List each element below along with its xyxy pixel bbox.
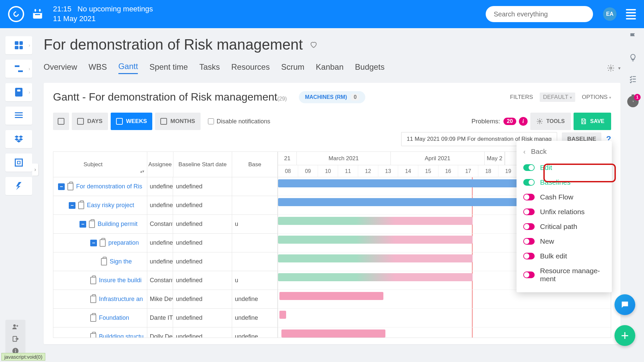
timer-icon[interactable]: 1 <box>627 96 639 107</box>
task-link[interactable]: Building permit <box>98 221 138 228</box>
toggle-icon[interactable] <box>523 194 535 200</box>
table-row[interactable]: −Easy risky projectundefinedundefined <box>53 196 278 215</box>
tools-item-unfix-relations[interactable]: Unfix relations <box>517 204 612 219</box>
table-row[interactable]: Infrastructure anMike Developerundefined… <box>53 290 278 309</box>
task-link[interactable]: preparation <box>108 239 139 246</box>
save-button[interactable]: SAVE <box>574 113 611 130</box>
table-row[interactable]: Insure the buildiConstantine Consultantu… <box>53 271 278 290</box>
task-link[interactable]: Insure the buildi <box>99 277 142 284</box>
disable-notifications-checkbox[interactable]: Disable notifications <box>208 118 270 125</box>
collapse-icon[interactable]: − <box>90 240 97 246</box>
gantt-bar[interactable] <box>278 236 473 244</box>
table-row[interactable]: −Building permitConstantine Consultantun… <box>53 215 278 234</box>
toggle-icon[interactable] <box>523 238 535 245</box>
col-baseline-start[interactable]: Baseline Start date <box>173 152 232 177</box>
table-row[interactable]: Sign theundefinedundefined <box>53 252 278 271</box>
gantt-left-pane: Subject▴▾ Assignee Baseline Start date B… <box>53 152 278 338</box>
hamburger-menu-icon[interactable] <box>626 9 636 19</box>
add-user-icon[interactable] <box>12 323 19 330</box>
toggle-icon[interactable] <box>523 272 535 278</box>
tools-back[interactable]: ‹Back <box>517 145 612 160</box>
task-link[interactable]: Foundation <box>99 314 129 321</box>
tools-item-baselines[interactable]: Baselines <box>517 175 612 190</box>
task-link[interactable]: Infrastructure an <box>99 296 143 303</box>
problems-indicator[interactable]: Problems: 20 <box>471 118 516 125</box>
gantt-bar[interactable] <box>281 329 385 338</box>
task-link[interactable]: Buildding structu <box>99 333 144 338</box>
info-button[interactable]: i <box>519 117 528 126</box>
nav-quick[interactable] <box>5 177 32 195</box>
cell-assignee: Constantine Consultant <box>147 271 173 290</box>
avatar[interactable]: EA <box>603 7 616 21</box>
nav-templates[interactable] <box>5 154 32 172</box>
filters-value[interactable]: DEFAULT ▾ <box>540 93 575 102</box>
chat-icon <box>620 300 630 309</box>
bulb-icon[interactable] <box>628 53 638 62</box>
calendar-icon[interactable] <box>32 8 44 20</box>
gantt-bar[interactable] <box>279 311 286 319</box>
toggle-icon[interactable] <box>523 253 535 259</box>
toggle-icon[interactable] <box>523 223 535 230</box>
toggle-icon[interactable] <box>523 179 535 186</box>
gantt-bar[interactable] <box>278 254 473 262</box>
tab-wbs[interactable]: WBS <box>89 62 107 74</box>
tools-item-edit[interactable]: Edit <box>517 160 612 175</box>
chat-fab[interactable] <box>614 294 635 315</box>
tab-kanban[interactable]: Kanban <box>316 62 344 74</box>
tab-budgets[interactable]: Budgets <box>355 62 384 74</box>
machines-pill[interactable]: MACHINES (RM) 0 <box>299 91 365 103</box>
tools-button[interactable]: TOOLS <box>530 113 571 130</box>
tab-overview[interactable]: Overview <box>44 62 77 74</box>
zoom-weeks-button[interactable]: WEEKS <box>111 113 152 130</box>
gantt-bar[interactable] <box>279 292 383 300</box>
options-label[interactable]: OPTIONS ▾ <box>582 94 611 101</box>
tab-tasks[interactable]: Tasks <box>199 62 220 74</box>
flag-icon[interactable] <box>628 32 638 41</box>
tools-item-new[interactable]: New <box>517 234 612 249</box>
col-subject[interactable]: Subject▴▾ <box>53 152 147 177</box>
panel-header-right: FILTERS DEFAULT ▾ OPTIONS ▾ <box>510 93 611 102</box>
collapse-icon[interactable]: − <box>58 183 65 190</box>
cell-baseline-end <box>232 252 278 271</box>
disable-notif-input[interactable] <box>208 118 214 124</box>
search-input[interactable]: Search everything <box>486 6 593 22</box>
nav-list[interactable] <box>5 107 32 125</box>
zoom-months-button[interactable]: MONTHS <box>155 113 201 130</box>
tools-item-cash-flow[interactable]: Cash Flow <box>517 190 612 204</box>
task-link[interactable]: Easy risky project <box>87 202 134 209</box>
nav-dropbox[interactable] <box>5 130 32 148</box>
tools-item-critical-path[interactable]: Critical path <box>517 219 612 234</box>
task-link[interactable]: Sign the <box>110 258 132 265</box>
favorite-heart-icon[interactable] <box>310 41 318 48</box>
tab-resources[interactable]: Resources <box>231 62 270 74</box>
col-baseline-end[interactable]: Base <box>232 152 278 177</box>
table-row[interactable]: −For demonstration of Risundefinedundefi… <box>53 177 278 196</box>
calendar-picker-button[interactable] <box>53 113 69 130</box>
gantt-bar[interactable] <box>278 273 473 281</box>
tools-item-resource-manage-ment[interactable]: Resource manage­ment <box>517 263 612 286</box>
table-row[interactable]: FoundationDante IT Expertundefinedundefi… <box>53 309 278 327</box>
app-logo[interactable] <box>8 6 24 22</box>
nav-dashboard[interactable] <box>5 36 32 54</box>
table-row[interactable]: −preparationundefinedundefined <box>53 234 278 252</box>
nav-expand-icon[interactable]: › <box>32 164 38 176</box>
collapse-icon[interactable]: − <box>79 221 86 228</box>
collapse-icon[interactable]: − <box>69 202 75 209</box>
add-fab[interactable]: + <box>614 325 635 346</box>
tab-scrum[interactable]: Scrum <box>281 62 304 74</box>
col-assignee[interactable]: Assignee <box>147 152 173 177</box>
gantt-bar[interactable] <box>278 217 473 225</box>
tab-spent-time[interactable]: Spent time <box>149 62 188 74</box>
checklist-icon[interactable] <box>628 74 638 84</box>
zoom-days-button[interactable]: DAYS <box>72 113 108 130</box>
table-row[interactable]: Buildding structuDolly Developerundefine… <box>53 327 278 338</box>
tools-item-bulk-edit[interactable]: Bulk edit <box>517 249 612 263</box>
task-link[interactable]: For demonstration of Ris <box>76 183 142 190</box>
logout-icon[interactable] <box>12 335 19 343</box>
tab-gantt[interactable]: Gantt <box>118 62 138 74</box>
toggle-icon[interactable] <box>523 164 535 171</box>
nav-tasks[interactable] <box>5 83 32 101</box>
nav-wbs[interactable] <box>5 60 32 78</box>
tabs-settings[interactable]: ▾ <box>607 64 621 72</box>
toggle-icon[interactable] <box>523 208 535 215</box>
